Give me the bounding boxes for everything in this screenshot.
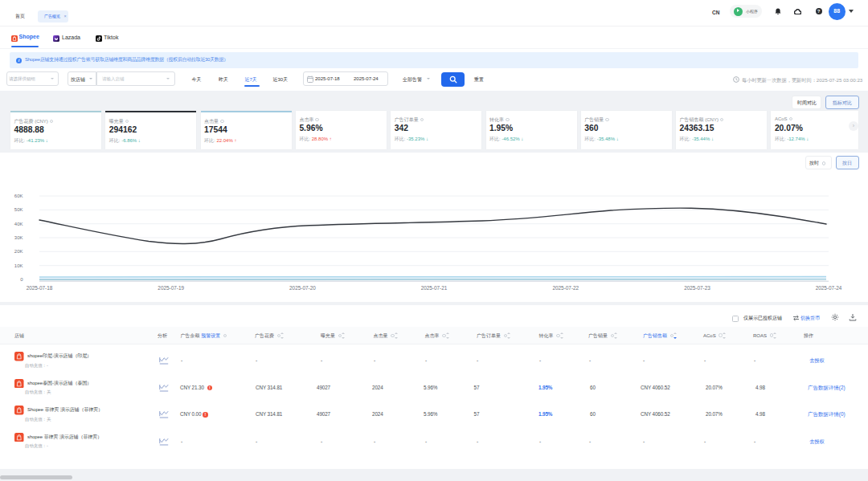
svg-text:2025-07-18: 2025-07-18 [27,285,53,291]
svg-text:60K: 60K [14,194,23,198]
svg-text:2025-07-20: 2025-07-20 [289,285,316,291]
svg-text:0: 0 [20,277,23,282]
svg-text:40K: 40K [14,222,23,226]
svg-text:50K: 50K [14,207,23,212]
svg-text:2025-07-23: 2025-07-23 [684,285,710,291]
svg-text:20K: 20K [14,249,23,254]
svg-text:30K: 30K [14,235,23,240]
svg-text:10K: 10K [14,263,23,268]
svg-text:2025-07-19: 2025-07-19 [158,285,184,291]
svg-text:2025-07-24: 2025-07-24 [816,285,842,291]
svg-text:2025-07-21: 2025-07-21 [421,285,448,291]
svg-text:2025-07-22: 2025-07-22 [552,285,579,291]
